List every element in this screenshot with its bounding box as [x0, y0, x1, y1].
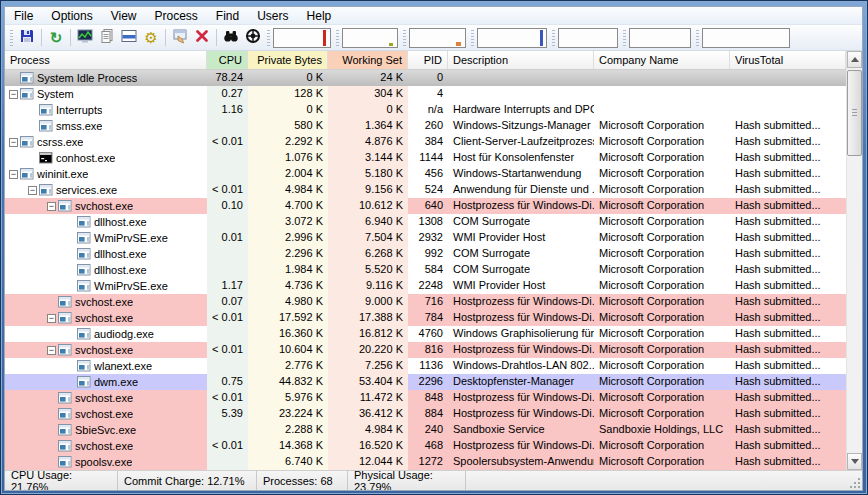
process-row[interactable]: conhost.exe1.076 K3.144 K1144Host für Ko… — [5, 150, 846, 166]
scrollbar-track[interactable] — [847, 68, 862, 453]
tree-collapse-toggle[interactable]: − — [47, 346, 56, 355]
process-row[interactable]: dwm.exe0.7544.832 K53.404 K2296Desktopfe… — [5, 374, 846, 390]
process-row[interactable]: −wininit.exe2.004 K5.180 K456Windows-Sta… — [5, 166, 846, 182]
commit-history-minigraph[interactable] — [342, 28, 398, 48]
show-lower-pane-button[interactable] — [118, 28, 140, 48]
column-header-pid[interactable]: PID — [408, 51, 448, 69]
status-processes: Processes: 68 — [257, 471, 348, 490]
column-header-description[interactable]: Description — [448, 51, 594, 69]
process-row[interactable]: WmiPrvSE.exe0.012.996 K7.504 K2932WMI Pr… — [5, 230, 846, 246]
tree-collapse-toggle[interactable]: − — [9, 138, 18, 147]
cell-process-name: −svchost.exe — [5, 342, 207, 358]
column-header-virustotal[interactable]: VirusTotal — [730, 51, 846, 69]
process-name-label: svchost.exe — [75, 343, 133, 358]
process-row[interactable]: −System0.27128 K304 K4 — [5, 86, 846, 102]
kill-process-button[interactable] — [191, 28, 213, 48]
toolbar-grip[interactable] — [267, 30, 270, 46]
vertical-scrollbar[interactable] — [846, 51, 862, 470]
find-handle-button[interactable] — [220, 28, 242, 48]
save-button[interactable] — [16, 28, 38, 48]
process-row[interactable]: −svchost.exe< 0.0110.604 K20.220 K816Hos… — [5, 342, 846, 358]
history-5-minigraph[interactable] — [558, 28, 618, 48]
column-header-cpu[interactable]: CPU — [207, 51, 248, 69]
cell-private_bytes: 0 K — [248, 70, 328, 86]
refresh-button[interactable]: ↻ — [45, 28, 67, 48]
cell-pid: 2296 — [408, 374, 448, 390]
column-header-company[interactable]: Company Name — [594, 51, 730, 69]
process-row[interactable]: svchost.exe0.074.980 K9.000 K716Hostproz… — [5, 294, 846, 310]
toolbar-grip[interactable] — [623, 30, 626, 46]
process-row[interactable]: Interrupts1.160 K0 Kn/aHardware Interrup… — [5, 102, 846, 118]
cell-cpu: < 0.01 — [207, 182, 248, 198]
window-process-icon — [20, 87, 34, 101]
window-process-icon — [77, 327, 91, 341]
tree-collapse-toggle[interactable]: − — [47, 314, 56, 323]
io-history-minigraph[interactable] — [409, 28, 466, 48]
process-name-label: System Idle Process — [37, 71, 137, 86]
process-name-label: audiodg.exe — [94, 327, 154, 342]
process-row[interactable]: dllhost.exe2.296 K6.268 K992COM Surrogat… — [5, 246, 846, 262]
process-row[interactable]: dllhost.exe1.984 K5.520 K584COM Surrogat… — [5, 262, 846, 278]
scroll-down-button[interactable] — [847, 453, 862, 470]
cpu-history-minigraph[interactable] — [273, 28, 331, 48]
process-row[interactable]: −csrss.exe< 0.012.292 K4.876 K384Client-… — [5, 134, 846, 150]
process-row[interactable]: smss.exe580 K1.364 K260Windows-Sitzungs-… — [5, 118, 846, 134]
properties-button[interactable] — [169, 28, 191, 48]
toolbar-grip[interactable] — [336, 30, 339, 46]
menu-item-users[interactable]: Users — [248, 8, 297, 24]
process-row[interactable]: System Idle Process78.240 K24 K0 — [5, 70, 846, 86]
cell-virustotal: Hash submitted... — [730, 374, 846, 390]
toolbar-grip[interactable] — [696, 30, 699, 46]
cell-virustotal: Hash submitted... — [730, 358, 846, 374]
system-information-button[interactable] — [74, 28, 96, 48]
cell-private_bytes: 14.368 K — [248, 438, 328, 454]
column-header-working_set[interactable]: Working Set — [328, 51, 408, 69]
menu-item-help[interactable]: Help — [298, 8, 341, 24]
process-row[interactable]: svchost.exe5.3923.224 K36.412 K884Hostpr… — [5, 406, 846, 422]
menu-item-view[interactable]: View — [102, 8, 146, 24]
process-row[interactable]: spoolsv.exe6.740 K12.044 K1272Spoolersub… — [5, 454, 846, 470]
column-header-private_bytes[interactable]: Private Bytes — [248, 51, 328, 69]
view-handles-button[interactable]: ⚙ — [140, 28, 162, 48]
cell-company: Microsoft Corporation — [594, 150, 730, 166]
status-bar-filler — [466, 471, 862, 490]
tree-collapse-toggle[interactable]: − — [28, 186, 37, 195]
show-process-tree-button[interactable] — [96, 28, 118, 48]
cell-working_set: 6.940 K — [328, 214, 408, 230]
tree-collapse-toggle[interactable]: − — [9, 90, 18, 99]
scroll-up-button[interactable] — [847, 51, 862, 68]
process-row[interactable]: SbieSvc.exe2.288 K4.984 K240Sandboxie Se… — [5, 422, 846, 438]
history-6-minigraph[interactable] — [629, 28, 691, 48]
history-7-minigraph[interactable] — [702, 28, 790, 48]
menu-item-find[interactable]: Find — [207, 8, 248, 24]
cell-cpu — [207, 262, 248, 278]
process-row[interactable]: dllhost.exe3.072 K6.940 K1308COM Surroga… — [5, 214, 846, 230]
scrollbar-thumb[interactable] — [847, 70, 862, 156]
refresh-icon: ↻ — [50, 29, 63, 47]
process-row[interactable]: svchost.exe< 0.015.976 K11.472 K848Hostp… — [5, 390, 846, 406]
tree-collapse-toggle[interactable]: − — [9, 170, 18, 179]
process-row[interactable]: −svchost.exe< 0.0117.592 K17.388 K784Hos… — [5, 310, 846, 326]
column-header-name[interactable]: Process — [5, 51, 207, 69]
tree-collapse-toggle[interactable]: − — [47, 202, 56, 211]
resize-grip[interactable] — [849, 477, 861, 489]
process-row[interactable]: −services.exe< 0.014.984 K9.156 K524Anwe… — [5, 182, 846, 198]
menu-item-process[interactable]: Process — [146, 8, 207, 24]
process-row[interactable]: −svchost.exe0.104.700 K10.612 K640Hostpr… — [5, 198, 846, 214]
toolbar-grip[interactable] — [552, 30, 555, 46]
toolbar-grip[interactable] — [471, 30, 474, 46]
process-row[interactable]: svchost.exe< 0.0114.368 K16.520 K468Host… — [5, 438, 846, 454]
toolbar-grip[interactable] — [403, 30, 406, 46]
process-row[interactable]: audiodg.exe16.360 K16.812 K4760Windows G… — [5, 326, 846, 342]
menu-item-file[interactable]: File — [5, 8, 42, 24]
gpu-history-minigraph[interactable] — [477, 28, 547, 48]
cell-company: Microsoft Corporation — [594, 358, 730, 374]
find-window-process-button[interactable] — [242, 28, 264, 48]
cell-pid: 784 — [408, 310, 448, 326]
menu-item-options[interactable]: Options — [42, 8, 101, 24]
toolbar-grip[interactable] — [10, 30, 13, 46]
process-row[interactable]: WmiPrvSE.exe1.174.736 K9.116 K2248WMI Pr… — [5, 278, 846, 294]
cell-description: Hostprozess für Windows-Di... — [448, 438, 594, 454]
process-name-label: dllhost.exe — [94, 263, 147, 278]
process-row[interactable]: wlanext.exe2.776 K7.256 K1136Windows-Dra… — [5, 358, 846, 374]
